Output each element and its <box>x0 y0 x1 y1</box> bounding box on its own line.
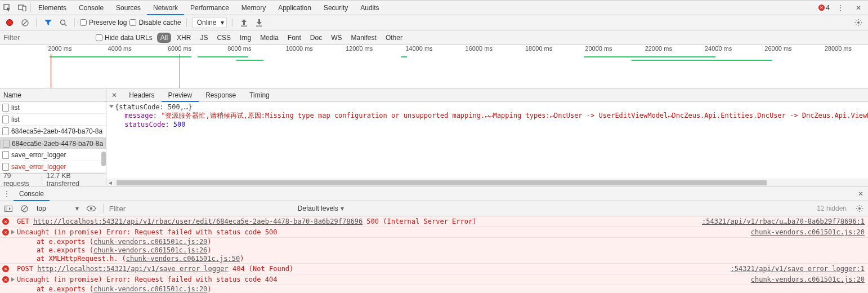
tab-sources[interactable]: Sources <box>110 1 147 15</box>
source-link[interactable]: chunk-vendors.c061501c.js:20 <box>751 228 865 236</box>
console-filter-input[interactable] <box>109 203 292 214</box>
request-row[interactable]: list <box>0 102 106 114</box>
status-key: statusCode: <box>124 121 169 128</box>
request-detail-panel: ✕ HeadersPreviewResponseTiming {statusCo… <box>106 88 868 186</box>
expand-icon[interactable] <box>11 230 15 234</box>
console-row[interactable]: ✕POST http://localhost:54321/api/v1/save… <box>0 264 868 274</box>
filter-input[interactable] <box>0 32 96 43</box>
device-toggle-icon[interactable] <box>15 1 29 15</box>
record-button[interactable] <box>3 16 16 29</box>
source-link[interactable]: :54321/api/v1/rbac/u…ba70-8a6b29f78696:1 <box>702 217 865 225</box>
status-value: 500 <box>173 121 186 128</box>
hide-data-urls-checkbox[interactable]: Hide data URLs <box>96 34 153 42</box>
preserve-log-checkbox[interactable]: Preserve log <box>80 19 127 26</box>
throttling-select[interactable]: Online▾ <box>192 17 227 28</box>
request-list-header[interactable]: Name <box>0 88 106 102</box>
detail-tab-response[interactable]: Response <box>199 88 243 101</box>
console-row[interactable]: ✕GET http://localhost:54321/api/v1/rbac/… <box>0 216 868 227</box>
timeline-tick-label: 2000 ms <box>48 45 71 52</box>
request-row[interactable]: save_error_logger <box>0 149 106 161</box>
svg-line-13 <box>23 207 26 211</box>
download-har-icon[interactable] <box>253 16 265 29</box>
main-tab-bar: ElementsConsoleSourcesNetworkPerformance… <box>0 1 868 15</box>
request-name: list <box>11 116 20 123</box>
console-settings-icon[interactable] <box>853 202 866 215</box>
scrollbar-thumb[interactable] <box>117 180 766 185</box>
tab-elements[interactable]: Elements <box>32 1 73 15</box>
disable-cache-checkbox[interactable]: Disable cache <box>129 19 181 26</box>
drawer-kebab-icon[interactable]: ⋮ <box>0 187 14 201</box>
request-row[interactable]: save_error_logger <box>0 161 106 173</box>
tab-memory[interactable]: Memory <box>235 1 272 15</box>
network-filter-bar: Hide data URLs AllXHRJSCSSImgMediaFontDo… <box>0 30 868 45</box>
expand-icon[interactable] <box>11 277 15 282</box>
horizontal-scrollbar[interactable]: ◂ ▸ <box>106 179 868 186</box>
search-icon[interactable] <box>57 16 69 29</box>
timeline-tick-label: 20000 ms <box>585 45 612 52</box>
close-drawer-icon[interactable]: ✕ <box>853 187 868 201</box>
clear-console-icon[interactable] <box>18 202 30 215</box>
filter-type-manifest[interactable]: Manifest <box>348 33 380 43</box>
detail-tab-timing[interactable]: Timing <box>243 88 276 101</box>
console-sidebar-toggle-icon[interactable] <box>2 202 15 215</box>
filter-type-font[interactable]: Font <box>284 33 305 43</box>
detail-tab-headers[interactable]: Headers <box>122 88 161 101</box>
clear-button[interactable] <box>19 16 31 29</box>
detail-tab-preview[interactable]: Preview <box>162 88 199 101</box>
network-toolbar: Preserve log Disable cache Online▾ <box>0 15 868 30</box>
file-icon <box>2 104 9 112</box>
console-drawer-tab[interactable]: Console <box>14 187 50 201</box>
filter-type-all[interactable]: All <box>157 33 171 43</box>
request-row[interactable]: list <box>0 114 106 126</box>
timeline-cursor[interactable] <box>180 54 180 88</box>
tab-performance[interactable]: Performance <box>184 1 235 15</box>
filter-type-other[interactable]: Other <box>382 33 406 43</box>
kebab-menu-icon[interactable]: ⋮ <box>833 1 848 15</box>
request-row[interactable]: 684eca5e-2aeb-4478-ba70-8a <box>0 137 106 149</box>
console-row[interactable]: ✕Uncaught (in promise) Error: Request fa… <box>0 227 868 238</box>
transfer-size: 12.7 KB transferred <box>47 172 102 188</box>
preview-body[interactable]: {statusCode: 500,…} message: "资源服务器忙,请稍候… <box>106 102 868 179</box>
console-messages[interactable]: ✕GET http://localhost:54321/api/v1/rbac/… <box>0 216 868 293</box>
log-levels-select[interactable]: Default levels▾ <box>295 203 347 214</box>
source-link[interactable]: chunk-vendors.c061501c.js:20 <box>751 276 865 283</box>
timeline-bar <box>236 60 263 61</box>
filter-type-xhr[interactable]: XHR <box>173 33 194 43</box>
source-link[interactable]: :54321/api/v1/save error logger:1 <box>731 265 865 273</box>
filter-type-js[interactable]: JS <box>196 33 211 43</box>
tab-application[interactable]: Application <box>272 1 317 15</box>
levels-value: Default levels <box>298 205 338 212</box>
tab-audits[interactable]: Audits <box>354 1 385 15</box>
tab-security[interactable]: Security <box>317 1 354 15</box>
network-timeline[interactable]: 2000 ms4000 ms6000 ms8000 ms10000 ms1200… <box>0 45 868 88</box>
filter-toggle-icon[interactable] <box>42 16 54 29</box>
inspect-icon[interactable] <box>0 1 15 15</box>
console-message: Uncaught (in promise) Error: Request fai… <box>17 276 746 283</box>
console-row[interactable]: ✕Uncaught (in promise) Error: Request fa… <box>0 274 868 285</box>
hidden-messages-count[interactable]: 12 hidden <box>817 205 850 212</box>
file-icon <box>3 140 10 148</box>
timeline-tick-label: 26000 ms <box>764 45 791 52</box>
file-icon <box>2 151 9 159</box>
filter-type-media[interactable]: Media <box>257 33 282 43</box>
close-devtools-icon[interactable]: ✕ <box>851 1 866 15</box>
stack-trace: at e.exports (chunk-vendors.c061501c.js:… <box>0 238 868 264</box>
request-row[interactable]: 684eca5e-2aeb-4478-ba70-8a <box>0 126 106 137</box>
tab-console[interactable]: Console <box>73 1 110 15</box>
filter-type-doc[interactable]: Doc <box>307 33 325 43</box>
chevron-down-icon: ▾ <box>221 19 224 26</box>
error-counter[interactable]: ✕4 <box>818 4 830 12</box>
execution-context-select[interactable]: top▾ <box>34 203 82 214</box>
close-detail-icon[interactable]: ✕ <box>106 88 122 101</box>
timeline-load-marker <box>51 54 51 88</box>
live-expression-icon[interactable] <box>85 202 97 215</box>
network-settings-icon[interactable] <box>852 16 865 29</box>
filter-type-ws[interactable]: WS <box>328 33 345 43</box>
scrollbar-thumb[interactable] <box>101 152 106 166</box>
upload-har-icon[interactable] <box>238 16 250 29</box>
timeline-tick-label: 22000 ms <box>645 45 672 52</box>
filter-type-img[interactable]: Img <box>236 33 254 43</box>
tab-network[interactable]: Network <box>147 1 184 15</box>
timeline-tick-label: 16000 ms <box>466 45 493 52</box>
filter-type-css[interactable]: CSS <box>213 33 234 43</box>
